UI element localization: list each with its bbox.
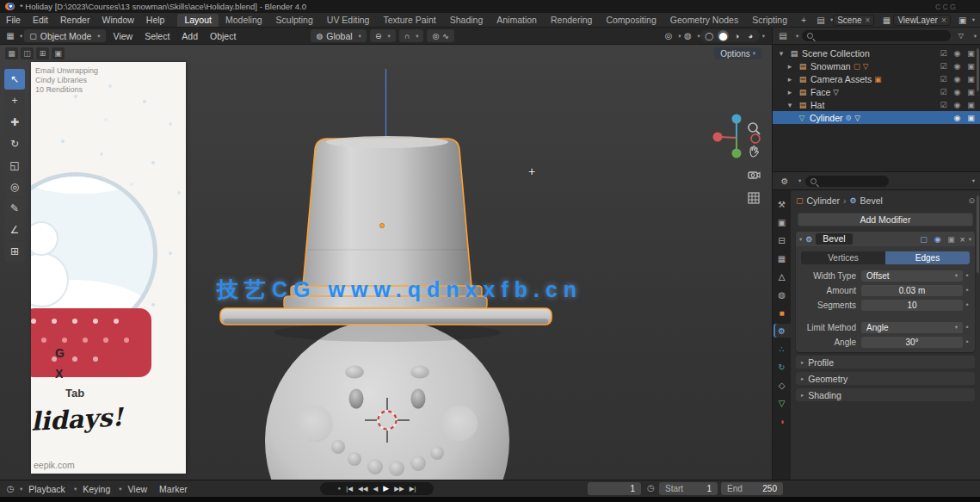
render-toggle-icon[interactable]: ▣	[946, 235, 957, 244]
geometry-section[interactable]: ▸ Geometry	[796, 372, 975, 385]
properties-editor-icon[interactable]: ⚙	[778, 175, 792, 188]
blender-logo-icon[interactable]	[5, 3, 15, 10]
workspace-tab-layout[interactable]: Layout	[177, 14, 219, 27]
expand-icon[interactable]: ▸	[785, 75, 795, 84]
workspace-tab-texture-paint[interactable]: Texture Paint	[376, 14, 442, 27]
limit-method-dropdown[interactable]: Angle ▾	[861, 322, 963, 333]
close-modifier-icon[interactable]: ×	[960, 234, 965, 245]
tab-material[interactable]: ◑	[774, 414, 791, 428]
outliner-editor-chevron[interactable]: ▾	[796, 33, 798, 40]
move-tool[interactable]: ✚	[4, 112, 25, 133]
jump-to-start-button[interactable]: |◀	[346, 485, 353, 493]
exclude-checkbox-icon[interactable]: ☑	[938, 101, 949, 109]
menu-playback[interactable]: Playback	[22, 480, 71, 497]
editor-type-icon[interactable]: ▦	[3, 29, 17, 42]
menu-help[interactable]: Help	[140, 13, 171, 27]
angle-field[interactable]: 30°	[861, 337, 963, 348]
overlays-icon[interactable]: ◍	[681, 29, 694, 42]
proportional-edit-toggle[interactable]: ◎ ∿	[427, 29, 453, 42]
jump-to-end-button[interactable]: ▶|	[410, 485, 416, 493]
scene-selector[interactable]: Scene ×	[833, 15, 874, 26]
tab-object-data[interactable]: ▽	[774, 396, 791, 410]
workspace-tab-compositing[interactable]: Compositing	[599, 14, 663, 27]
next-keyframe-button[interactable]: ▶▶	[394, 485, 404, 493]
workspace-tab-geometry-nodes[interactable]: Geometry Nodes	[663, 14, 745, 27]
shading-chevron[interactable]: ▾	[762, 33, 765, 40]
cursor-tool[interactable]: +	[4, 90, 25, 111]
edges-tab[interactable]: Edges	[885, 251, 970, 264]
outliner-row-face[interactable]: ▸ ▤ Face ▽ ☑ ◉ ▣	[773, 85, 980, 98]
play-button[interactable]: ▶	[383, 484, 389, 493]
shading-solid-button[interactable]: ⬤	[718, 30, 729, 41]
bevel-modifier-header[interactable]: ▾ ⚙ Bevel ▢ ◉ ▣ × ▾	[796, 232, 975, 246]
measure-tool[interactable]: ∠	[4, 220, 25, 240]
timeline-editor-icon[interactable]: ◷	[3, 482, 17, 495]
anim-decorator[interactable]: •	[963, 338, 971, 346]
outliner-row-hat[interactable]: ▾ ▤ Hat ☑ ◉ ▣	[773, 98, 980, 111]
breadcrumb-modifier[interactable]: Bevel	[860, 195, 883, 206]
modifier-extras-chevron[interactable]: ▾	[969, 236, 971, 243]
viewlayer-unlink-icon[interactable]: ×	[941, 15, 946, 25]
viewport-canvas[interactable]: ▦ ◫ ⊞ ▣ Options ▾ ↖ + ✚ ↻ ◱ ◎ ✎ ∠ ⊞ Emai…	[0, 45, 772, 480]
exclude-checkbox-icon[interactable]: ☑	[938, 49, 949, 58]
workspace-tab-animation[interactable]: Animation	[490, 14, 544, 27]
shading-section[interactable]: ▸ Shading	[796, 388, 975, 401]
frame-start-field[interactable]: Start 1	[659, 482, 718, 495]
menu-edit[interactable]: Edit	[27, 13, 54, 27]
scene-browse-icon[interactable]: ▤	[814, 14, 828, 27]
toggle-grid-icon[interactable]	[746, 190, 761, 206]
topbar-extra-icon[interactable]: ▣	[956, 14, 970, 27]
modifier-name-field[interactable]: Bevel	[816, 233, 852, 245]
show-gizmo-icon[interactable]: ◎	[662, 29, 675, 42]
tab-physics[interactable]: ↻	[774, 360, 791, 374]
expand-icon[interactable]: ▸	[785, 62, 795, 71]
segments-field[interactable]: 10	[861, 300, 963, 311]
menu-render[interactable]: Render	[54, 13, 96, 27]
menu-keying[interactable]: Keying	[77, 480, 116, 497]
prev-keyframe-button[interactable]: ◀◀	[358, 485, 368, 493]
render-camera-icon[interactable]: ▣	[965, 62, 977, 71]
tab-world[interactable]: ◍	[774, 288, 791, 301]
amount-field[interactable]: 0.03 m	[861, 285, 963, 296]
menu-add[interactable]: Add	[176, 28, 204, 44]
menu-marker[interactable]: Marker	[153, 480, 194, 497]
camera-view-icon[interactable]	[746, 167, 761, 183]
tab-tool[interactable]: ⚒	[774, 197, 791, 211]
pivot-dropdown[interactable]: ⊖ ▾	[370, 29, 396, 42]
outliner-row-snowman[interactable]: ▸ ▤ Snowman ▢ ▽ ☑ ◉ ▣	[773, 59, 980, 72]
hide-eye-icon[interactable]: ◉	[952, 114, 963, 122]
render-camera-icon[interactable]: ▣	[965, 101, 977, 109]
pin-icon[interactable]: ⊙	[968, 196, 975, 205]
snap-toggle[interactable]: ∩ ▾	[399, 29, 424, 42]
tab-output[interactable]: ⊟	[774, 233, 791, 247]
outliner-search-input[interactable]	[817, 31, 945, 40]
render-camera-icon[interactable]: ▣	[965, 49, 977, 58]
tab-scene[interactable]: △	[774, 270, 791, 283]
workspace-tab-rendering[interactable]: Rendering	[544, 14, 599, 27]
outliner-row-camera-assets[interactable]: ▸ ▤ Camera Assets ▣ ☑ ◉ ▣	[773, 72, 980, 85]
orientation-dropdown[interactable]: ◍ Global ▾	[311, 29, 366, 42]
outliner-row-scene-collection[interactable]: ▾ ▤ Scene Collection ☑ ◉ ▣	[773, 46, 980, 59]
zoom-icon[interactable]	[746, 121, 761, 136]
tab-modifiers[interactable]: ⚙	[774, 324, 791, 338]
workspace-tab-sculpting[interactable]: Sculpting	[269, 14, 320, 27]
mode-selector[interactable]: ▢ Object Mode ▾	[24, 29, 105, 42]
add-modifier-button[interactable]: Add Modifier	[798, 213, 973, 226]
annotate-tool[interactable]: ✎	[4, 198, 25, 219]
outliner-filter-chevron[interactable]: ▾	[974, 33, 977, 40]
select-box-tool[interactable]: ↖	[4, 69, 25, 90]
workspace-tab-uv-editing[interactable]: UV Editing	[320, 14, 377, 27]
viewlayer-selector[interactable]: ViewLayer ×	[893, 15, 950, 26]
hide-eye-icon[interactable]: ◉	[952, 49, 963, 58]
expand-icon[interactable]: ▸	[785, 88, 795, 96]
tab-view-layer[interactable]: ▦	[774, 251, 791, 265]
menu-file[interactable]: File	[0, 13, 27, 27]
anim-decorator[interactable]: •	[963, 323, 971, 332]
anim-decorator[interactable]: •	[963, 286, 971, 294]
editor-mini-icon-3[interactable]: ⊞	[36, 47, 49, 59]
menu-view[interactable]: View	[108, 28, 139, 44]
properties-options-chevron[interactable]: ▾	[972, 177, 975, 184]
scene-unlink-icon[interactable]: ×	[866, 15, 871, 25]
scale-tool[interactable]: ◱	[4, 155, 25, 176]
workspace-tab-shading[interactable]: Shading	[443, 14, 490, 27]
